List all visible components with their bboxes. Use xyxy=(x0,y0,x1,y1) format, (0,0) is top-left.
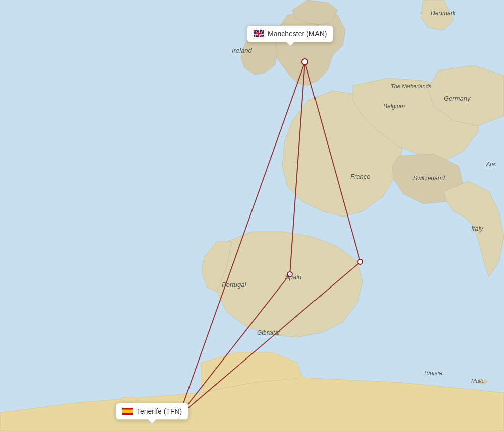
label-netherlands: The Netherlands xyxy=(391,83,432,89)
label-france: France xyxy=(350,173,370,180)
label-spain: Spain xyxy=(285,273,301,281)
label-germany: Germany xyxy=(444,95,471,102)
spain-flag-icon xyxy=(122,408,133,415)
label-aus: Aus xyxy=(486,161,496,167)
label-portugal: Portugal xyxy=(222,281,247,289)
label-switzerland: Switzerland xyxy=(413,175,445,182)
uk-flag-icon xyxy=(254,30,264,37)
label-gibraltar: Gibraltar xyxy=(257,329,281,336)
svg-point-7 xyxy=(358,259,363,264)
label-italy: Italy xyxy=(471,225,484,232)
label-tunisia: Tunisia xyxy=(423,370,443,377)
svg-point-6 xyxy=(302,59,308,65)
manchester-popup[interactable]: Manchester (MAN) xyxy=(247,25,333,42)
map-svg: Ireland Portugal Spain France Gibraltar … xyxy=(0,0,504,431)
label-denmark: Denmark xyxy=(431,10,456,17)
tenerife-popup[interactable]: Tenerife (TFN) xyxy=(116,403,188,420)
label-ireland: Ireland xyxy=(232,47,253,54)
label-belgium: Belgium xyxy=(383,103,405,110)
tenerife-label: Tenerife (TFN) xyxy=(137,407,182,415)
map-container: Ireland Portugal Spain France Gibraltar … xyxy=(0,0,504,431)
manchester-label: Manchester (MAN) xyxy=(268,30,327,38)
label-malta: Malta xyxy=(471,378,485,384)
svg-rect-12 xyxy=(122,410,133,413)
